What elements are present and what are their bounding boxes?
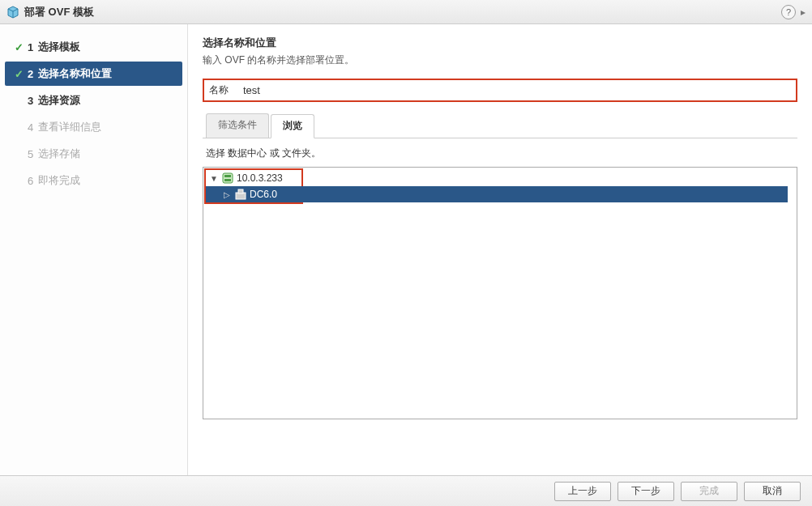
step-ready-complete: 6 即将完成 (5, 168, 182, 193)
step-label: 查看详细信息 (38, 120, 101, 134)
svg-rect-6 (238, 189, 243, 193)
name-input[interactable] (243, 83, 791, 98)
step-label: 选择资源 (38, 93, 80, 108)
wizard-steps: ✓ 1 选择模板 ✓ 2 选择名称和位置 3 选择资源 4 查看详细信息 5 选… (0, 24, 188, 475)
step-select-name-location[interactable]: ✓ 2 选择名称和位置 (5, 62, 182, 86)
name-field-row: 名称 (203, 79, 797, 102)
name-label: 名称 (209, 83, 243, 97)
svg-rect-2 (223, 173, 233, 183)
step-number: 2 (28, 68, 33, 80)
tab-filter[interactable]: 筛选条件 (206, 113, 269, 138)
footer: 上一步 下一步 完成 取消 (0, 475, 812, 506)
check-icon: ✓ (11, 68, 26, 80)
tab-browse[interactable]: 浏览 (271, 114, 314, 138)
highlight-box: ▼ 10.0.3.233 ▷ (204, 168, 303, 204)
step-select-template[interactable]: ✓ 1 选择模板 (5, 35, 182, 59)
vcenter-icon (221, 172, 234, 184)
back-button[interactable]: 上一步 (554, 482, 611, 501)
cube-icon (6, 6, 19, 19)
tree-node-label: DC6.0 (250, 189, 277, 200)
step-label: 选择模板 (38, 40, 80, 54)
step-label: 选择存储 (38, 147, 80, 161)
next-button[interactable]: 下一步 (618, 482, 674, 501)
step-label: 选择名称和位置 (38, 66, 112, 81)
tree-node-label: 10.0.3.233 (237, 172, 283, 184)
step-select-resource[interactable]: 3 选择资源 (5, 88, 182, 113)
help-button[interactable]: ? (781, 5, 796, 19)
step-label: 即将完成 (38, 173, 80, 188)
step-number: 3 (28, 95, 33, 107)
step-review-details: 4 查看详细信息 (5, 115, 182, 139)
caret-right-icon[interactable]: ▷ (222, 190, 232, 199)
step-number: 4 (28, 121, 33, 134)
browse-hint: 选择 数据中心 或 文件夹。 (206, 147, 794, 160)
cancel-button[interactable]: 取消 (744, 482, 801, 501)
svg-rect-4 (224, 179, 231, 181)
step-number: 1 (28, 41, 33, 53)
check-icon: ✓ (11, 41, 26, 53)
titlebar: 部署 OVF 模板 ? ▸ (0, 0, 812, 24)
main-content: 选择名称和位置 输入 OVF 的名称并选择部署位置。 名称 筛选条件 浏览 选择… (188, 24, 812, 475)
svg-rect-3 (224, 175, 231, 177)
finish-button: 完成 (681, 482, 737, 501)
step-number: 5 (28, 148, 33, 160)
dialog-title: 部署 OVF 模板 (24, 5, 94, 19)
section-title: 选择名称和位置 (203, 36, 797, 50)
tree-node-vcenter[interactable]: ▼ 10.0.3.233 (206, 170, 301, 186)
section-subtitle: 输入 OVF 的名称并选择部署位置。 (203, 53, 797, 67)
step-select-storage: 5 选择存储 (5, 142, 182, 166)
location-tree[interactable]: ▼ 10.0.3.233 ▷ (203, 167, 797, 419)
datacenter-icon (234, 189, 247, 200)
tab-strip: 筛选条件 浏览 (203, 113, 797, 138)
tree-node-datacenter[interactable]: ▷ DC6.0 (206, 186, 788, 202)
caret-down-icon[interactable]: ▼ (209, 174, 219, 183)
expand-icon[interactable]: ▸ (799, 6, 807, 18)
step-number: 6 (28, 175, 33, 187)
